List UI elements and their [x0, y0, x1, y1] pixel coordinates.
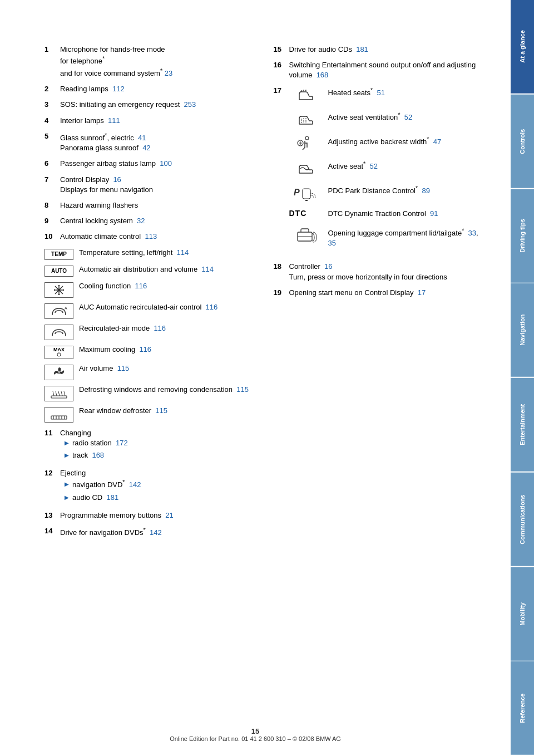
luggage-icon — [294, 227, 318, 243]
bullet-triangle: ▶ — [65, 494, 69, 502]
item-17-backrest: · · Adjusting active backrest width* 47 — [289, 135, 481, 152]
svg-text:·: · — [302, 138, 303, 141]
svg-text:P: P — [294, 188, 300, 197]
svg-rect-41 — [303, 189, 310, 199]
auc-icon: A — [50, 305, 68, 317]
climate-sub-items: TEMP Temperature setting, left/right 114… — [44, 248, 251, 423]
item-1: 1 Microphone for hands-free mode for tel… — [44, 45, 251, 78]
climate-airvolume: Air volume 115 — [44, 364, 251, 380]
item-7: 7 Control Display 16 Displays for menu n… — [44, 175, 251, 195]
item-13: 13 Programmable memory buttons 21 — [44, 510, 251, 521]
climate-rear-defrost: Rear window defroster 115 — [44, 406, 251, 423]
item-17-luggage: Opening luggage compartment lid/tailgate… — [289, 227, 481, 249]
climate-max: MAX Maximum cooling 116 — [44, 345, 251, 359]
svg-marker-42 — [305, 200, 308, 201]
climate-recirc: Recirculated-air mode 116 — [44, 323, 251, 340]
item-11: 11 Changing ▶ radio station 172 ▶ track … — [44, 428, 251, 463]
heated-seats-icon — [295, 86, 317, 103]
airvolume-icon — [51, 366, 67, 379]
sidebar-tab-communications[interactable]: Communications — [511, 473, 534, 566]
sidebar-tab-entertainment[interactable]: Entertainment — [511, 378, 534, 472]
svg-point-18 — [58, 372, 60, 373]
sidebar-tab-navigation[interactable]: Navigation — [511, 283, 534, 377]
item-11-radio: ▶ radio station 172 — [65, 438, 251, 448]
item-15: 15 Drive for audio CDs 181 — [274, 45, 481, 55]
item-4: 4 Interior lamps 111 — [44, 116, 251, 126]
item-17-dtc: DTC DTC Dynamic Traction Control 91 — [289, 209, 481, 219]
active-seat-icon — [295, 160, 317, 176]
item-17-active-seat: Active seat* 52 — [289, 160, 481, 176]
item-12-navdvd: ▶ navigation DVD* 142 — [65, 478, 251, 490]
bullet-triangle: ▶ — [65, 439, 69, 447]
item-14: 14 Drive for navigation DVDs* 142 — [44, 526, 251, 538]
item-3: 3 SOS: initiating an emergency request 2… — [44, 100, 251, 110]
cooling-icon — [53, 284, 65, 296]
bullet-triangle: ▶ — [65, 451, 69, 459]
svg-line-24 — [64, 391, 65, 396]
right-column: 15 Drive for audio CDs 181 16 Switching … — [274, 45, 481, 544]
sidebar-tab-reference[interactable]: Reference — [511, 661, 534, 755]
sidebar-tab-at-a-glance[interactable]: At a glance — [511, 0, 534, 94]
item-18: 18 Controller 16 Turn, press or move hor… — [274, 262, 481, 282]
climate-auc: A AUC Automatic recirculated-air control… — [44, 302, 251, 319]
item-9: 9 Central locking system 32 — [44, 216, 251, 226]
backrest-icon: · · — [295, 135, 317, 152]
item-17-pdc: P PDC Park Distance Control* 89 — [289, 184, 481, 201]
item-6: 6 Passenger airbag status lamp 100 — [44, 159, 251, 169]
climate-auto: AUTO Automatic air distribution and volu… — [44, 264, 251, 277]
svg-line-23 — [61, 391, 62, 396]
pdc-icon: P — [293, 184, 319, 201]
defrost-icon — [50, 387, 68, 400]
page-number: 15 — [0, 727, 511, 735]
item-17-seat-vent: Active seat ventilation* 52 — [289, 111, 481, 127]
item-8: 8 Hazard warning flashers — [44, 200, 251, 210]
svg-point-14 — [57, 353, 61, 356]
climate-defrost: Defrosting windows and removing condensa… — [44, 385, 251, 401]
item-2: 2 Reading lamps 112 — [44, 84, 251, 94]
item-17: 17 — [274, 86, 481, 257]
svg-rect-19 — [51, 396, 67, 398]
svg-line-21 — [56, 391, 57, 396]
item-5: 5 Glass sunroof*, electric 41 Panorama g… — [44, 131, 251, 154]
rear-defrost-icon — [50, 408, 68, 421]
item-17-heated-seats: Heated seats* 51 — [289, 86, 481, 103]
item-16: 16 Switching Entertainment sound output … — [274, 60, 481, 80]
item-12-audiocd: ▶ audio CD 181 — [65, 493, 251, 503]
svg-line-22 — [58, 391, 60, 396]
sidebar-tab-controls[interactable]: Controls — [511, 95, 534, 188]
item-11-track: ▶ track 168 — [65, 450, 251, 460]
left-column: 1 Microphone for hands-free mode for tel… — [44, 45, 251, 544]
climate-cooling: Cooling function 116 — [44, 281, 251, 298]
bullet-triangle: ▶ — [65, 480, 69, 488]
svg-text:A: A — [65, 306, 67, 310]
sidebar: At a glance Controls Driving tips Naviga… — [511, 0, 534, 756]
footer-text: Online Edition for Part no. 01 41 2 600 … — [0, 735, 511, 742]
footer: 15 Online Edition for Part no. 01 41 2 6… — [0, 727, 511, 742]
sidebar-tab-mobility[interactable]: Mobility — [511, 567, 534, 661]
svg-point-34 — [305, 136, 309, 140]
svg-point-4 — [58, 288, 61, 291]
svg-text:·: · — [298, 138, 299, 141]
recirc-icon — [50, 326, 68, 338]
item-12: 12 Ejecting ▶ navigation DVD* 142 ▶ audi… — [44, 468, 251, 505]
seat-vent-icon — [295, 111, 317, 127]
climate-temp: TEMP Temperature setting, left/right 114 — [44, 248, 251, 260]
svg-line-20 — [53, 391, 54, 396]
sidebar-tab-driving-tips[interactable]: Driving tips — [511, 189, 534, 283]
item-10: 10 Automatic climate control 113 — [44, 232, 251, 242]
dtc-label: DTC — [289, 209, 307, 218]
item-19: 19 Opening start menu on Control Display… — [274, 288, 481, 298]
